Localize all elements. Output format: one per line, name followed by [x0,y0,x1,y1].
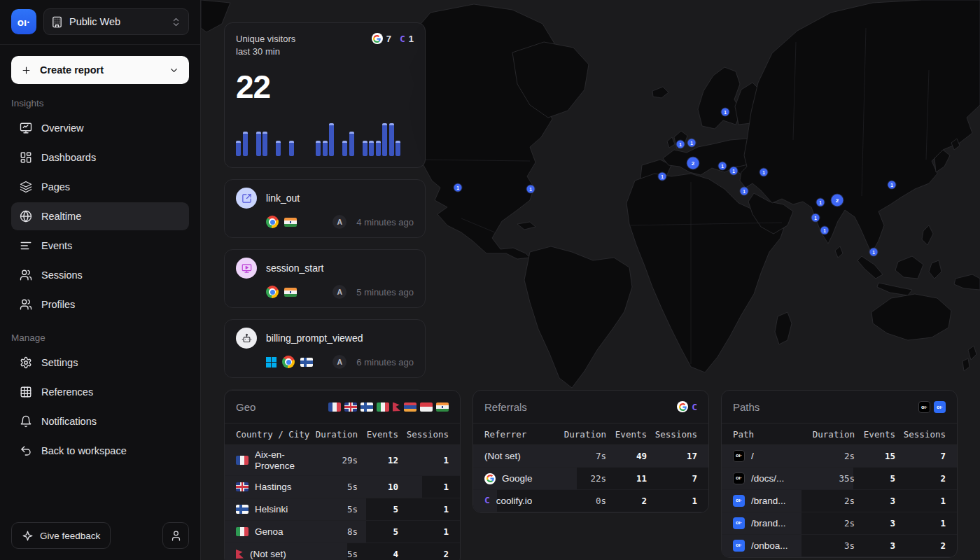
events-icon [20,239,32,252]
table-header: ReferrerDurationEventsSessions [473,423,708,445]
sidebar-item-settings[interactable]: Settings [11,349,189,377]
visitor-map-dot: 1 [812,214,820,222]
event-card-billing_prompt_viewed[interactable]: billing_prompt_viewedA6 minutes ago [224,319,426,378]
visitor-map-dot: 1 [870,248,878,256]
building-icon [51,16,63,28]
column-header: Sessions [402,429,449,440]
cell-duration: 3s [811,540,855,551]
minute-bar [262,132,267,156]
cell-sessions: 2 [899,540,946,551]
windows-icon [266,357,276,368]
visitor-map-dot: 1 [677,141,685,148]
external-link-icon [236,188,257,209]
create-report-button[interactable]: Create report [11,56,189,84]
flag-np-icon [236,550,244,559]
sidebar-item-overview[interactable]: Overview [11,114,189,142]
minute-bar [256,132,261,156]
overview-icon [20,122,32,134]
table-row: oı·/brand...2s31 [722,512,957,535]
google-icon [484,473,496,484]
table-row: oı·/docs/...35s52 [722,468,957,490]
sidebar-item-dashboards[interactable]: Dashboards [11,144,189,172]
sidebar-item-notifications[interactable]: Notifications [11,407,189,435]
cell-events: 15 [859,451,895,461]
app-logo-text: oı· [18,16,30,28]
realtime-tables: GeoCountry / CityDurationEventsSessionsA… [224,390,958,560]
cell-duration: 5s [314,482,358,492]
realtime-main-area: 11111211111121111 Unique visitors last 3… [201,0,980,560]
sidebar-item-back-to-workspace[interactable]: Back to workspace [11,437,189,465]
profile-avatar: A [332,285,346,299]
visitor-map-dot: 1 [454,184,462,192]
visitor-map-dot: 1 [760,169,768,176]
workspace-selector[interactable]: Public Web [43,8,189,35]
sidebar-item-sessions[interactable]: Sessions [11,261,189,289]
panel-header-icons: C [677,401,697,412]
row-label: Aix-en-Provence [255,449,310,471]
app-logo[interactable]: oı· [11,9,36,34]
flag-fi-icon [236,505,248,514]
openpanel-favicon: oı· [733,517,745,529]
minute-bar [369,141,374,157]
pages-icon [20,181,32,193]
sidebar-item-label: Profiles [41,299,75,310]
row-label: /brand... [751,496,786,507]
visitor-map-dot: 1 [688,139,696,147]
column-header: Duration [314,429,358,440]
cell-sessions: 7 [651,473,697,484]
visitor-map-dot: 1 [722,108,729,116]
event-card-link_out[interactable]: link_outA4 minutes ago [224,179,426,238]
row-label: (Not set) [484,451,521,462]
sparkles-icon [22,530,34,542]
row-label: (Not set) [250,549,286,560]
event-card-session_start[interactable]: session_startA5 minutes ago [224,249,426,308]
profile-button[interactable] [162,522,189,549]
cell-duration: 2s [811,518,855,528]
panel-title: Paths [733,401,760,413]
table-row: oı·/brand...2s31 [722,490,957,512]
minute-bar [396,141,400,157]
plus-icon [21,65,31,76]
table-row: Hastings5s101 [225,476,460,498]
event-time: 6 minutes ago [356,357,414,368]
workspace-name: Public Web [69,16,164,27]
visitor-map-dot: 1 [817,199,825,206]
openpanel-favicon: oı· [934,401,946,413]
profile-avatar: A [332,355,346,369]
visitor-map-dot: 1 [741,188,748,195]
unique-visitors-title: Unique visitors last 30 min [236,33,295,58]
sidebar-item-label: Overview [41,122,83,134]
cell-events: 49 [610,451,647,461]
row-label: / [751,451,754,462]
give-feedback-button[interactable]: Give feedback [11,522,111,549]
column-header: Duration [563,429,606,440]
cell-sessions: 1 [651,496,697,506]
sidebar-item-profiles[interactable]: Profiles [11,290,189,318]
panel-header-icons: oı·oı· [918,401,946,413]
visitor-map-dot: 1 [888,181,896,189]
flag-fi-icon [360,402,373,412]
users-icon [20,298,32,311]
settings-icon [20,356,32,369]
sidebar-item-label: Back to workspace [41,445,127,456]
sidebar-item-pages[interactable]: Pages [11,173,189,201]
flag-fr-icon [328,402,341,412]
realtime-icon [20,210,32,223]
sidebar-item-realtime[interactable]: Realtime [11,202,189,230]
minute-bar [349,132,354,156]
table-row: Ccoolify.io0s21 [473,490,708,512]
sidebar-item-events[interactable]: Events [11,232,189,260]
coolify-icon: C [484,496,490,506]
cell-sessions: 1 [899,496,946,506]
minute-bar [389,123,394,157]
openpanel-favicon: oı· [733,472,745,484]
sidebar-item-label: Pages [41,181,70,192]
sidebar-item-label: Realtime [41,211,81,222]
cell-events: 10 [362,482,398,492]
openpanel-favicon: oı· [733,540,745,552]
cell-duration: 7s [563,451,606,461]
panel-geo: GeoCountry / CityDurationEventsSessionsA… [224,390,461,560]
cell-duration: 5s [314,549,358,559]
sidebar-item-references[interactable]: References [11,378,189,406]
monitor-play-icon [236,258,257,279]
